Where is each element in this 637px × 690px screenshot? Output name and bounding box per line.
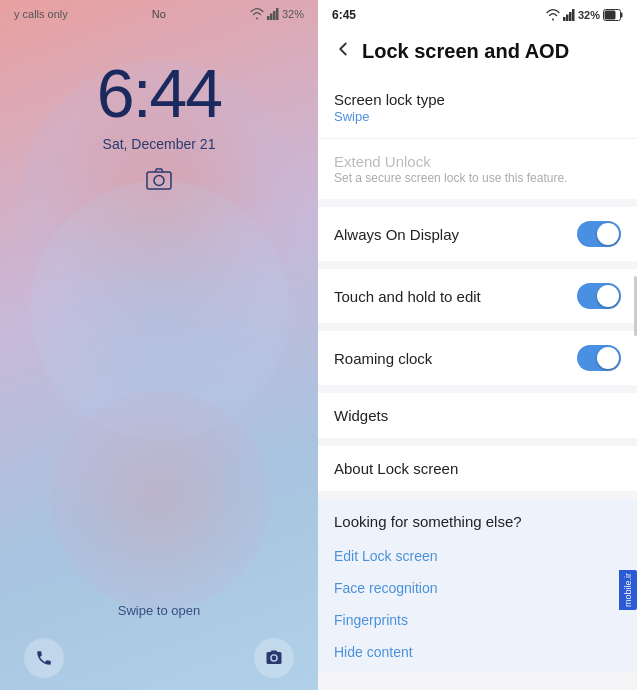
widgets-left: Widgets (334, 407, 388, 424)
settings-signal-icon (563, 9, 575, 21)
wifi-icon (250, 8, 264, 20)
lock-screen-panel: y calls only No 32% 6:44 Sat, December 2… (0, 0, 318, 690)
settings-status-right: 32% (546, 9, 623, 21)
roaming-clock-item[interactable]: Roaming clock (318, 331, 637, 385)
svg-rect-11 (621, 13, 623, 18)
touch-hold-label: Touch and hold to edit (334, 288, 481, 305)
touch-hold-item[interactable]: Touch and hold to edit (318, 269, 637, 323)
about-lock-screen-label: About Lock screen (334, 460, 458, 477)
always-on-display-left: Always On Display (334, 226, 459, 243)
always-on-display-label: Always On Display (334, 226, 459, 243)
suggestion-link-edit[interactable]: Edit Lock screen (334, 540, 621, 572)
suggestion-link-face[interactable]: Face recognition (334, 572, 621, 604)
settings-header: Lock screen and AOD (318, 28, 637, 77)
svg-rect-12 (605, 11, 616, 20)
settings-panel: 6:45 32% (318, 0, 637, 690)
svg-rect-2 (273, 11, 276, 20)
about-section: About Lock screen (318, 446, 637, 491)
about-lock-screen-item[interactable]: About Lock screen (318, 446, 637, 491)
battery-icon (603, 9, 623, 21)
svg-rect-8 (569, 12, 572, 21)
widgets-item[interactable]: Widgets (318, 393, 637, 438)
settings-scroll-area[interactable]: Screen lock type Swipe Extend Unlock Set… (318, 77, 637, 690)
roaming-clock-section: Roaming clock (318, 331, 637, 385)
lock-photo-icon (146, 168, 172, 196)
lock-battery: 32% (282, 8, 304, 20)
roaming-clock-toggle[interactable] (577, 345, 621, 371)
screen-lock-type-label: Screen lock type (334, 91, 445, 108)
roaming-clock-left: Roaming clock (334, 350, 432, 367)
settings-wifi-icon (546, 9, 560, 21)
lock-status-calls: y calls only (14, 8, 68, 20)
widgets-section: Widgets (318, 393, 637, 438)
svg-rect-4 (147, 172, 171, 189)
svg-rect-6 (563, 17, 566, 21)
touch-hold-section: Touch and hold to edit (318, 269, 637, 323)
svg-rect-9 (572, 9, 575, 21)
svg-rect-1 (270, 14, 273, 21)
about-lock-screen-left: About Lock screen (334, 460, 458, 477)
screen-lock-type-item[interactable]: Screen lock type Swipe (318, 77, 637, 139)
extend-unlock-item: Extend Unlock Set a secure screen lock t… (318, 139, 637, 199)
svg-point-5 (154, 176, 164, 186)
widgets-label: Widgets (334, 407, 388, 424)
svg-rect-3 (276, 8, 279, 20)
lock-time: 6:44 (97, 54, 221, 132)
lock-date: Sat, December 21 (103, 136, 216, 152)
svg-rect-7 (566, 15, 569, 22)
lock-swipe-text: Swipe to open (118, 603, 200, 618)
suggestion-box: Looking for something else? Edit Lock sc… (318, 499, 637, 672)
suggestion-link-hide[interactable]: Hide content (334, 636, 621, 668)
screen-lock-type-value: Swipe (334, 109, 445, 124)
extend-unlock-label: Extend Unlock (334, 153, 567, 170)
lock-status-bar: y calls only No 32% (0, 0, 318, 24)
extend-unlock-left: Extend Unlock Set a secure screen lock t… (334, 153, 567, 185)
always-on-display-toggle[interactable] (577, 221, 621, 247)
settings-battery: 32% (578, 9, 600, 21)
always-on-section: Always On Display (318, 207, 637, 261)
lock-bottom-bar (0, 638, 318, 678)
lock-status-no: No (152, 8, 166, 20)
camera-button[interactable] (254, 638, 294, 678)
screen-lock-section: Screen lock type Swipe Extend Unlock Set… (318, 77, 637, 199)
signal-icon (267, 8, 279, 20)
screen-lock-type-left: Screen lock type Swipe (334, 91, 445, 124)
touch-hold-toggle[interactable] (577, 283, 621, 309)
svg-rect-0 (267, 16, 270, 20)
phone-button[interactable] (24, 638, 64, 678)
always-on-display-item[interactable]: Always On Display (318, 207, 637, 261)
suggestion-link-fingerprints[interactable]: Fingerprints (334, 604, 621, 636)
suggestion-title: Looking for something else? (334, 513, 621, 530)
page-title: Lock screen and AOD (362, 40, 569, 63)
extend-unlock-desc: Set a secure screen lock to use this fea… (334, 171, 567, 185)
settings-time: 6:45 (332, 8, 356, 22)
watermark: mobile.ir (619, 570, 637, 610)
roaming-clock-label: Roaming clock (334, 350, 432, 367)
touch-hold-left: Touch and hold to edit (334, 288, 481, 305)
lock-status-right: 32% (250, 8, 304, 20)
back-button[interactable] (332, 38, 354, 65)
settings-status-bar: 6:45 32% (318, 0, 637, 28)
